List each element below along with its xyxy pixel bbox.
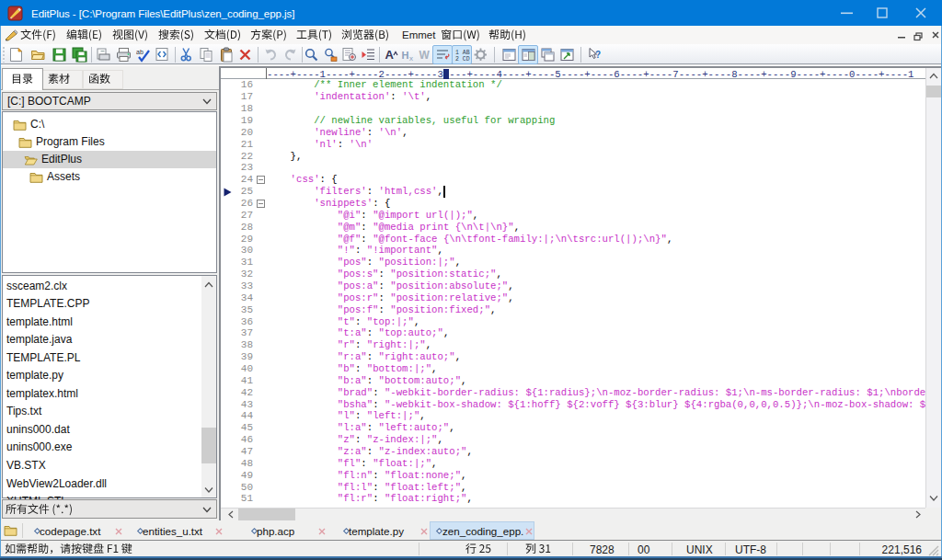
svg-text:2 CD: 2 CD (455, 56, 470, 63)
svg-text:W: W (419, 49, 431, 62)
svg-text:A: A (385, 48, 395, 62)
svg-text:ab: ab (136, 49, 144, 55)
svg-text:?: ? (595, 50, 601, 60)
svg-text:H: H (402, 50, 409, 61)
svg-text:1 AB: 1 AB (455, 50, 470, 56)
svg-text:x: x (409, 54, 413, 63)
